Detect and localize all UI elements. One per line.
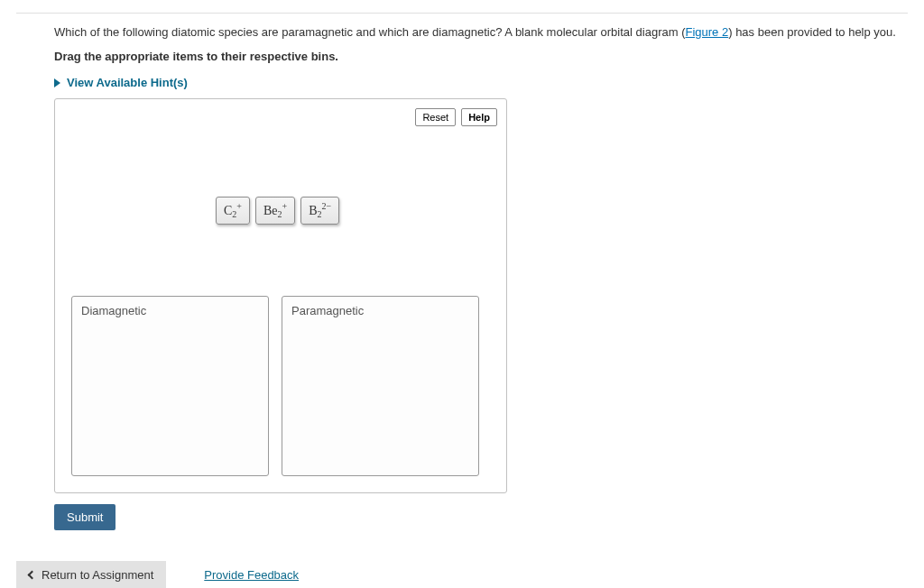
drop-bins: Diamagnetic Paramagnetic bbox=[71, 296, 479, 476]
bin-diamagnetic[interactable]: Diamagnetic bbox=[71, 296, 269, 476]
species-chip-c2plus[interactable]: C2+ bbox=[216, 197, 250, 224]
figure-link[interactable]: Figure 2 bbox=[685, 25, 728, 39]
help-button[interactable]: Help bbox=[461, 108, 497, 126]
triangle-right-icon bbox=[54, 78, 60, 87]
activity-toolbar: Reset Help bbox=[415, 108, 497, 126]
draggable-items: C2+ Be2+ B22− bbox=[216, 197, 339, 224]
question-text-after: ) has been provided to help you. bbox=[728, 25, 896, 39]
top-divider bbox=[16, 13, 908, 14]
bin-paramagnetic[interactable]: Paramagnetic bbox=[282, 296, 479, 476]
species-base: B bbox=[309, 204, 317, 217]
species-sup: + bbox=[282, 201, 288, 211]
species-chip-be2plus[interactable]: Be2+ bbox=[255, 197, 295, 224]
question-text: Which of the following diatomic species … bbox=[54, 24, 908, 41]
species-sup: + bbox=[236, 201, 242, 211]
bottom-bar: Return to Assignment Provide Feedback bbox=[16, 561, 908, 588]
bin-label-diamagnetic: Diamagnetic bbox=[81, 304, 259, 317]
return-to-assignment-button[interactable]: Return to Assignment bbox=[16, 561, 166, 588]
bin-label-paramagnetic: Paramagnetic bbox=[291, 304, 469, 317]
species-base: C bbox=[224, 204, 232, 217]
chevron-left-icon bbox=[28, 571, 37, 580]
species-sub: 2 bbox=[232, 210, 236, 220]
species-chip-b22minus[interactable]: B22− bbox=[300, 197, 339, 224]
return-label: Return to Assignment bbox=[42, 568, 153, 582]
drag-instruction: Drag the appropriate items to their resp… bbox=[54, 50, 908, 63]
hints-label: View Available Hint(s) bbox=[67, 76, 188, 89]
species-sub: 2 bbox=[278, 210, 282, 220]
view-hints-toggle[interactable]: View Available Hint(s) bbox=[54, 76, 908, 89]
activity-area: Reset Help C2+ Be2+ B22− Diamagnetic Par… bbox=[54, 98, 507, 493]
species-base: Be bbox=[263, 204, 278, 217]
content-wrap: Which of the following diatomic species … bbox=[16, 24, 908, 530]
reset-button[interactable]: Reset bbox=[415, 108, 456, 126]
submit-button[interactable]: Submit bbox=[54, 504, 116, 530]
provide-feedback-link[interactable]: Provide Feedback bbox=[204, 568, 299, 582]
species-sub: 2 bbox=[318, 210, 322, 220]
species-sup: 2− bbox=[322, 201, 332, 211]
question-text-before: Which of the following diatomic species … bbox=[54, 25, 685, 39]
